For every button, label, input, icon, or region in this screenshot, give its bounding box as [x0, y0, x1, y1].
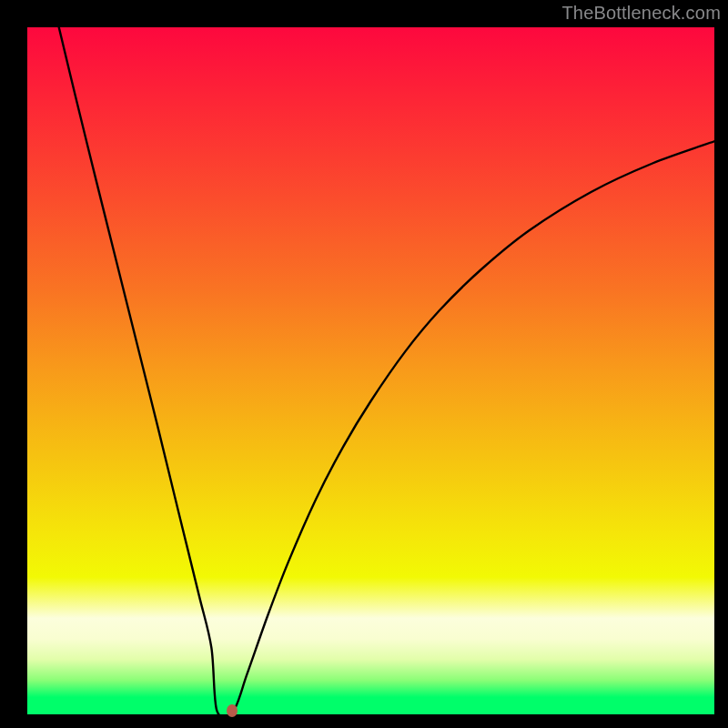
- curve-line: [27, 27, 714, 714]
- watermark-text: TheBottleneck.com: [561, 3, 721, 24]
- chart-plot-area: [27, 27, 714, 714]
- chart-stage: TheBottleneck.com: [0, 0, 728, 728]
- data-point-marker: [227, 704, 238, 717]
